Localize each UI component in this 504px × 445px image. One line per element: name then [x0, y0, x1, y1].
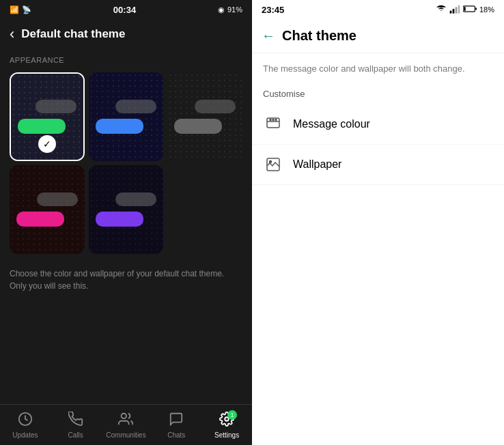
- updates-label: Updates: [12, 431, 38, 439]
- nav-item-settings[interactable]: 1 Settings: [201, 412, 252, 439]
- battery-percent-right: 18%: [479, 5, 494, 14]
- theme-dark-gray[interactable]: [167, 72, 242, 161]
- svg-point-15: [270, 161, 272, 163]
- wallpaper-label: Wallpaper: [293, 158, 341, 171]
- theme-preview-4: [10, 165, 85, 254]
- theme-description: Choose the color and wallpaper of your d…: [0, 258, 252, 302]
- menu-item-message-colour[interactable]: Message colour: [252, 104, 504, 145]
- nav-item-communities[interactable]: Communities: [101, 412, 152, 439]
- left-time: 00:34: [113, 5, 136, 15]
- message-colour-icon: [263, 114, 283, 134]
- bubble-received-2: [115, 100, 156, 113]
- right-status-icons: 18%: [436, 3, 494, 16]
- signal-icon-right: [449, 3, 460, 16]
- svg-rect-6: [458, 5, 460, 14]
- theme-dark-purple[interactable]: [89, 165, 164, 254]
- svg-point-12: [272, 119, 274, 121]
- message-colour-label: Message colour: [293, 118, 370, 130]
- bubble-sent-2: [96, 119, 143, 134]
- left-status-bar: 📶 📡 00:34 ◉ 91%: [0, 0, 252, 19]
- selected-check-1: ✓: [38, 135, 56, 153]
- theme-red-pink[interactable]: [10, 165, 85, 254]
- right-status-bar: 23:45: [252, 0, 504, 19]
- svg-rect-3: [450, 11, 452, 14]
- bubble-received-3: [195, 100, 236, 113]
- right-page-title: Chat theme: [282, 28, 356, 44]
- svg-rect-9: [464, 7, 466, 11]
- theme-preview-2: [89, 72, 164, 161]
- wallpaper-icon: [263, 154, 283, 175]
- bubble-sent-5: [96, 212, 143, 227]
- theme-dark-blue[interactable]: [89, 72, 164, 161]
- communities-icon: [118, 412, 133, 430]
- battery-icon-right: [463, 5, 477, 14]
- svg-point-11: [270, 119, 271, 121]
- battery-level: 91%: [227, 5, 242, 14]
- left-status-left-icons: 📶 📡: [10, 5, 31, 14]
- location-icon: ◉: [218, 5, 225, 14]
- customise-label: Customise: [252, 85, 504, 104]
- left-status-right-icons: ◉ 91%: [218, 5, 242, 14]
- theme-preview-1: ✓: [11, 74, 83, 160]
- calls-icon: [68, 412, 83, 430]
- bubble-received-1: [36, 100, 76, 113]
- wifi-icon: 📡: [22, 5, 31, 14]
- bubble-sent-3: [174, 119, 222, 134]
- updates-icon: [18, 412, 33, 430]
- settings-badge: 1: [227, 410, 237, 420]
- theme-grid: ✓: [0, 68, 252, 258]
- left-page-title: Default chat theme: [21, 27, 125, 41]
- svg-rect-8: [475, 8, 477, 10]
- appearance-label: APPEARANCE: [0, 49, 252, 68]
- chats-icon: [169, 412, 184, 430]
- wifi-icon-right: [436, 3, 447, 16]
- right-description: The message color and wallpaper will bot…: [252, 53, 504, 85]
- right-header: ← Chat theme: [252, 19, 504, 53]
- chats-label: Chats: [167, 431, 185, 439]
- communities-label: Communities: [106, 431, 145, 439]
- theme-preview-5: [89, 165, 164, 254]
- bubble-sent-1: [18, 119, 66, 134]
- nav-item-updates[interactable]: Updates: [0, 412, 51, 439]
- theme-preview-3: [167, 72, 242, 161]
- bottom-navigation: Updates Calls Communities: [0, 404, 252, 445]
- nav-item-calls[interactable]: Calls: [51, 412, 101, 439]
- back-button[interactable]: ‹: [10, 27, 14, 42]
- left-header: ‹ Default chat theme: [0, 19, 252, 49]
- svg-point-1: [122, 413, 126, 418]
- svg-rect-4: [453, 9, 455, 14]
- right-panel: 23:45: [252, 0, 504, 445]
- svg-point-13: [275, 119, 277, 121]
- menu-item-wallpaper[interactable]: Wallpaper: [252, 145, 504, 185]
- bubble-sent-4: [16, 212, 64, 227]
- nav-item-chats[interactable]: Chats: [151, 412, 201, 439]
- theme-dark-green[interactable]: ✓: [10, 72, 85, 161]
- right-time: 23:45: [262, 5, 284, 15]
- calls-label: Calls: [68, 431, 83, 439]
- settings-icon: 1: [219, 412, 234, 430]
- svg-rect-5: [456, 7, 458, 13]
- bubble-received-4: [37, 192, 78, 206]
- bubble-received-5: [115, 192, 156, 206]
- left-panel: 📶 📡 00:34 ◉ 91% ‹ Default chat theme APP…: [0, 0, 252, 445]
- right-back-button[interactable]: ←: [262, 28, 275, 44]
- settings-label: Settings: [214, 431, 239, 439]
- signal-icon: 📶: [10, 5, 19, 14]
